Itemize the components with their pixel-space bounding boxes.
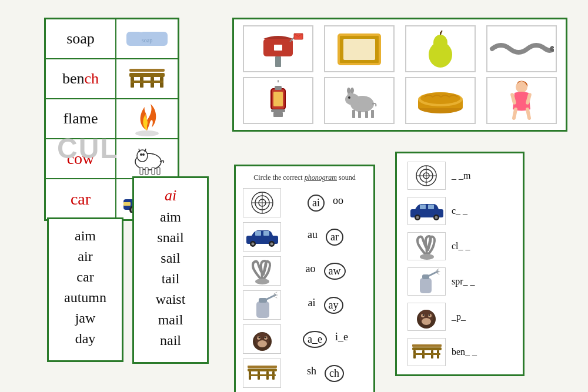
word-list-right-item-3: sail (146, 250, 195, 266)
svg-rect-47 (271, 109, 285, 112)
ph-option-ao: ao (306, 263, 316, 280)
phonogram-card-title: Circle the correct phonogram sound (243, 173, 366, 182)
card-word-soap: soap (46, 19, 116, 58)
ph-img-claw (243, 256, 281, 286)
svg-rect-111 (420, 278, 432, 293)
word-list-left-item-1: aim (61, 228, 110, 244)
svg-rect-91 (248, 368, 277, 371)
fill-row-5: _p_ (407, 303, 512, 331)
fill-img-chimp (407, 303, 446, 331)
ph-option-ar: ar (326, 229, 343, 246)
picture-grid (232, 18, 567, 132)
fill-blank-card: _ _m c_ _ cl_ _ (395, 152, 524, 376)
ph-img-target (243, 188, 281, 217)
ph-options-3: ao aw (285, 263, 366, 280)
word-list-right-item-7: nail (146, 333, 195, 349)
svg-point-75 (251, 242, 254, 245)
svg-point-62 (420, 92, 460, 104)
fill-row-4: spr_ _ (407, 267, 512, 296)
pic-cell-girl (486, 77, 557, 124)
cul-watermark: CUL (57, 132, 119, 165)
fill-blank-4: spr_ _ (452, 276, 475, 287)
svg-point-119 (423, 314, 425, 316)
bench-icon (123, 64, 171, 93)
soap-icon: soap (123, 27, 171, 51)
svg-point-116 (422, 318, 431, 325)
svg-point-109 (435, 216, 437, 219)
ph-options-5: a_e i_e (285, 331, 366, 348)
card-row-soap: soap soap (46, 19, 178, 59)
svg-rect-36 (343, 39, 375, 60)
fill-blank-6: ben_ _ (452, 347, 477, 357)
ph-img-car (243, 222, 281, 252)
card-word-bench: bench (46, 59, 116, 98)
car-ph-icon (245, 227, 280, 247)
lantern-icon (260, 80, 296, 121)
svg-rect-80 (259, 298, 267, 303)
word-list-right-header: ai (146, 187, 195, 205)
word-list-right-item-1: aim (146, 209, 195, 225)
word-text-car: car (71, 190, 91, 209)
svg-point-53 (350, 88, 354, 93)
word-text-soap: soap (66, 30, 95, 48)
chimp-ph-icon (245, 325, 280, 353)
svg-point-107 (416, 216, 419, 219)
svg-rect-9 (131, 81, 163, 83)
mailbox-icon (252, 30, 305, 68)
word-list-right-item-2: snail (146, 230, 195, 246)
ph-option-sh: sh (307, 365, 316, 382)
pic-cell-lantern (243, 77, 313, 124)
spray-fill-icon (410, 269, 443, 295)
svg-rect-92 (248, 366, 277, 368)
word-text-flame: flame (63, 110, 98, 128)
word-list-left-card: aim air car autumn jaw day (47, 217, 123, 362)
svg-rect-33 (275, 56, 281, 67)
svg-point-77 (270, 242, 273, 245)
svg-point-2 (138, 29, 144, 32)
pie-icon (414, 83, 467, 118)
svg-rect-21 (157, 167, 160, 175)
ph-row-3: ao aw (243, 256, 366, 286)
svg-rect-29 (123, 202, 131, 206)
ph-img-spray (243, 290, 281, 320)
ph-option-oo: oo (333, 195, 343, 212)
card-img-soap: soap (116, 25, 178, 53)
ph-img-chimp (243, 324, 281, 354)
svg-point-78 (255, 279, 269, 284)
ph-option-ai2: ai (308, 297, 316, 314)
girl-icon (506, 80, 538, 121)
phonogram-circle-card: Circle the correct phonogram sound ai oo (234, 165, 375, 392)
word-list-left-item-4: autumn (61, 290, 110, 306)
svg-point-15 (137, 150, 148, 162)
svg-point-120 (429, 314, 430, 316)
svg-point-84 (258, 340, 267, 347)
ph-option-a_e: a_e (303, 331, 327, 348)
ph-option-aw: aw (324, 263, 346, 280)
pic-cell-frame (324, 25, 395, 72)
svg-rect-58 (371, 110, 374, 118)
svg-rect-32 (274, 45, 282, 51)
fill-img-target (407, 162, 446, 190)
pic-cell-mailbox (243, 25, 313, 72)
ph-option-ai: ai (308, 195, 325, 212)
chimp-fill-icon (410, 304, 443, 330)
card-word-car: car (46, 179, 116, 219)
phonogram-underline: phonogram (305, 173, 337, 182)
cow-icon (123, 143, 171, 175)
word-list-left-item-3: car (61, 269, 110, 285)
fill-row-2: c_ _ (407, 197, 512, 225)
ph-row-6: sh ch (243, 359, 366, 388)
pear-icon (420, 30, 461, 68)
svg-rect-104 (420, 205, 426, 209)
ph-row-1: ai oo (243, 188, 366, 217)
word-list-left-item-2: air (61, 249, 110, 264)
card-row-bench: bench (46, 59, 178, 99)
pic-grid-row-1 (240, 25, 560, 72)
ph-options-6: sh ch (285, 365, 366, 382)
svg-point-110 (420, 254, 434, 260)
svg-rect-20 (152, 167, 155, 175)
svg-rect-19 (145, 167, 148, 175)
donkey-icon (336, 82, 383, 120)
word-text-bench-base: ben (62, 70, 85, 88)
svg-rect-72 (255, 231, 261, 236)
